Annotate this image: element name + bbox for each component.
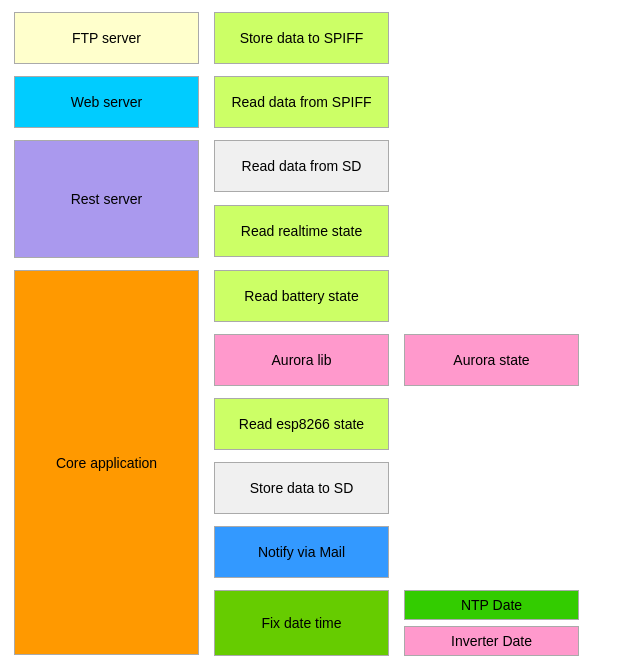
read-data-sd: Read data from SD bbox=[214, 140, 389, 192]
store-data-sd: Store data to SD bbox=[214, 462, 389, 514]
notify-mail: Notify via Mail bbox=[214, 526, 389, 578]
aurora-state: Aurora state bbox=[404, 334, 579, 386]
ftp-server: FTP server bbox=[14, 12, 199, 64]
diagram: FTP serverStore data to SPIFFWeb serverR… bbox=[0, 0, 628, 670]
read-realtime-state: Read realtime state bbox=[214, 205, 389, 257]
ntp-date: NTP Date bbox=[404, 590, 579, 620]
read-battery-state: Read battery state bbox=[214, 270, 389, 322]
core-application: Core application bbox=[14, 270, 199, 655]
inverter-date: Inverter Date bbox=[404, 626, 579, 656]
read-data-spiff: Read data from SPIFF bbox=[214, 76, 389, 128]
read-esp8266-state: Read esp8266 state bbox=[214, 398, 389, 450]
aurora-lib: Aurora lib bbox=[214, 334, 389, 386]
web-server: Web server bbox=[14, 76, 199, 128]
fix-date-time: Fix date time bbox=[214, 590, 389, 656]
store-data-spiff-1: Store data to SPIFF bbox=[214, 12, 389, 64]
rest-server: Rest server bbox=[14, 140, 199, 258]
